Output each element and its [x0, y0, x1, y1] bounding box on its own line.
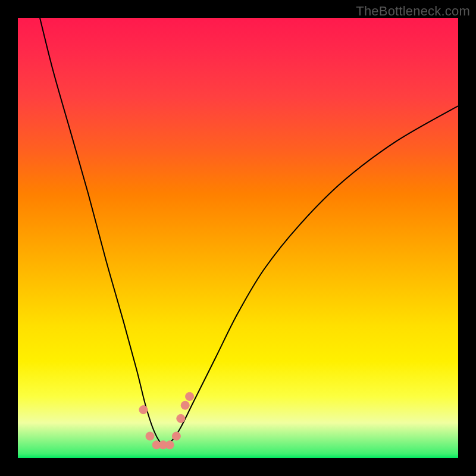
chart-frame: TheBottleneck.com: [0, 0, 476, 476]
data-marker: [181, 401, 189, 409]
heatmap-plot-area: [18, 18, 458, 458]
bottleneck-curve: [40, 18, 458, 445]
data-marker: [177, 414, 185, 422]
data-marker: [139, 406, 148, 414]
data-marker: [172, 432, 180, 440]
data-marker: [165, 441, 174, 449]
watermark-text: TheBottleneck.com: [356, 4, 470, 19]
curve-overlay: [18, 18, 458, 458]
data-marker: [186, 392, 194, 400]
data-marker: [146, 432, 154, 440]
data-markers: [139, 392, 194, 449]
